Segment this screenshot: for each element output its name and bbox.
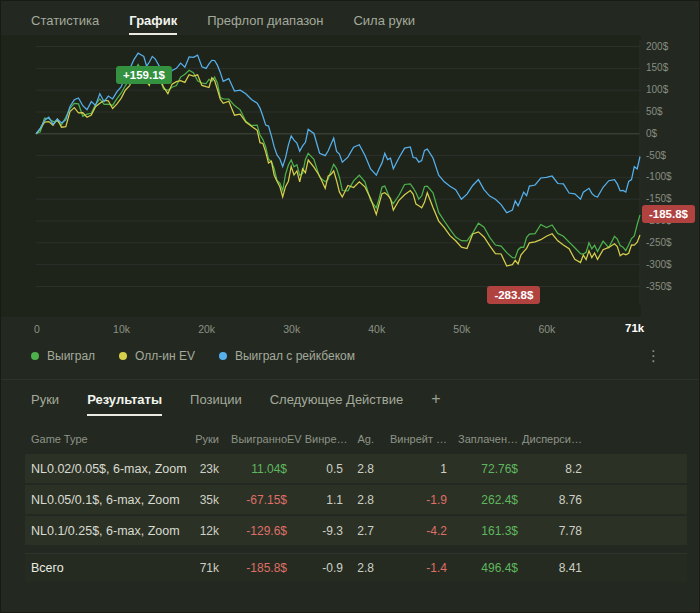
column-header[interactable]: Руки [171, 433, 219, 445]
y-axis-tick: -50$ [646, 150, 666, 161]
value-cell: 12k [171, 524, 219, 538]
poker-tracker-window: { "icons": { "more_vertical": "⋮", "add_… [0, 0, 700, 613]
value-cell: 7.78 [518, 524, 582, 538]
y-axis-tick: -350$ [646, 281, 672, 292]
column-header[interactable]: Заплачен… [447, 433, 518, 445]
column-header[interactable]: Дисперси… [518, 433, 582, 445]
game-type-cell: NL0.1/0.25$, 6-max, Zoom [25, 524, 171, 538]
value-cell: 2.8 [343, 462, 374, 476]
value-cell: 2.8 [343, 493, 374, 507]
x-axis-tick: 50k [453, 323, 470, 335]
tab-graph[interactable]: График [129, 13, 177, 35]
x-axis-tick: 60k [538, 323, 555, 335]
table-total-container: Всего71k-185.8$-0.92.8-1.4496.4$8.41 [25, 553, 687, 582]
x-axis-tick: 40k [368, 323, 385, 335]
x-axis-tick: 0 [34, 323, 40, 335]
chart-annotation-negative: -283.8$ [487, 286, 540, 304]
column-header[interactable]: Выигранно [219, 433, 287, 445]
value-cell: -1.9 [374, 493, 447, 507]
rakeback-series-dot-icon [219, 352, 227, 360]
value-cell: 2.7 [343, 524, 374, 538]
tab-next-action[interactable]: Следующее Действие [270, 392, 404, 414]
y-axis-tick: -250$ [646, 237, 672, 248]
tab-statistics[interactable]: Статистика [31, 13, 99, 35]
add-tab-icon[interactable]: + [431, 390, 440, 408]
chart-canvas [1, 35, 700, 317]
value-cell: -185.8$ [219, 561, 287, 575]
column-header[interactable]: Винрейт … [374, 433, 447, 445]
legend-item-won[interactable]: Выиграл [31, 349, 95, 363]
value-cell: -9.3 [287, 524, 343, 538]
tab-results[interactable]: Результаты [87, 392, 162, 416]
value-cell: -1.4 [374, 561, 447, 575]
y-axis-tick: 150$ [646, 62, 668, 73]
value-cell: 1.1 [287, 493, 343, 507]
legend-item-won-with-rakeback[interactable]: Выиграл с рейкбеком [219, 349, 355, 363]
value-cell: -67.15$ [219, 493, 287, 507]
column-header[interactable]: EV Винре… [287, 433, 343, 445]
value-cell: -129.6$ [219, 524, 287, 538]
value-cell: 0.5 [287, 462, 343, 476]
value-cell: 71k [171, 561, 219, 575]
legend-item-allin-ev[interactable]: Олл-ин EV [119, 349, 195, 363]
game-type-cell: NL0.02/0.05$, 6-max, Zoom [25, 462, 171, 476]
tab-hands[interactable]: Руки [31, 392, 59, 414]
value-cell: 8.76 [518, 493, 582, 507]
y-axis-tick: 200$ [646, 41, 668, 52]
y-axis-tick: -100$ [646, 171, 672, 182]
game-type-cell: NL0.05/0.1$, 6-max, Zoom [25, 493, 171, 507]
table-row[interactable]: NL0.1/0.25$, 6-max, Zoom12k-129.6$-9.32.… [25, 516, 687, 545]
legend-label-won: Выиграл [47, 349, 95, 363]
legend-label-allin-ev: Олл-ин EV [135, 349, 195, 363]
chart-annotation-positive: +159.1$ [116, 66, 172, 84]
value-cell: -0.9 [287, 561, 343, 575]
value-cell: -4.2 [374, 524, 447, 538]
allin-ev-series-dot-icon [119, 352, 127, 360]
y-axis-tick: 50$ [646, 106, 663, 117]
tab-preflop-range[interactable]: Префлоп диапазон [207, 13, 323, 35]
legend-label-won-with-rakeback: Выиграл с рейкбеком [235, 349, 355, 363]
column-header[interactable]: Ag. [343, 433, 374, 445]
value-cell: 23k [171, 462, 219, 476]
x-axis-current-value: 71k [625, 322, 644, 334]
won-series-dot-icon [31, 352, 39, 360]
results-table: Game TypeРукиВыигранноEV Винре…Ag.Винрей… [25, 424, 687, 582]
tab-positions[interactable]: Позиции [190, 392, 242, 414]
y-axis-tick: -300$ [646, 259, 672, 270]
value-cell: 8.2 [518, 462, 582, 476]
more-vertical-icon[interactable]: ⋮ [646, 349, 661, 363]
game-type-cell: Всего [25, 561, 171, 575]
value-cell: 2.8 [343, 561, 374, 575]
column-header[interactable]: Game Type [25, 433, 171, 445]
x-axis-tick: 10k [113, 323, 130, 335]
table-body: NL0.02/0.05$, 6-max, Zoom23k11.04$0.52.8… [25, 454, 687, 545]
table-row[interactable]: NL0.02/0.05$, 6-max, Zoom23k11.04$0.52.8… [25, 454, 687, 483]
value-cell: 496.4$ [447, 561, 518, 575]
results-navigation: Руки Результаты Позиции Следующее Действ… [1, 380, 699, 416]
value-cell: 72.76$ [447, 462, 518, 476]
x-axis-tick: 20k [198, 323, 215, 335]
table-row[interactable]: NL0.05/0.1$, 6-max, Zoom35k-67.15$1.12.8… [25, 485, 687, 514]
y-axis-tick: 100$ [646, 84, 668, 95]
value-cell: 8.41 [518, 561, 582, 575]
value-cell: 262.4$ [447, 493, 518, 507]
top-navigation: Статистика График Префлоп диапазон Сила … [1, 1, 699, 35]
chart-legend: Выиграл Олл-ин EV Выиграл с рейкбеком ⋮ [1, 347, 699, 365]
winnings-chart[interactable]: 010k20k30k40k50k60k71k200$150$100$50$0$-… [1, 35, 699, 339]
value-cell: 11.04$ [219, 462, 287, 476]
y-axis-tick: -150$ [646, 193, 672, 204]
table-header-row: Game TypeРукиВыигранноEV Винре…Ag.Винрей… [25, 424, 687, 454]
tab-hand-strength[interactable]: Сила руки [353, 13, 415, 35]
table-total-row[interactable]: Всего71k-185.8$-0.92.8-1.4496.4$8.41 [25, 553, 687, 582]
value-cell: 1 [374, 462, 447, 476]
value-cell: 35k [171, 493, 219, 507]
value-cell: 161.3$ [447, 524, 518, 538]
chart-annotation-current: -185.8$ [642, 205, 695, 223]
y-axis-tick: 0$ [646, 128, 657, 139]
x-axis-tick: 30k [283, 323, 300, 335]
